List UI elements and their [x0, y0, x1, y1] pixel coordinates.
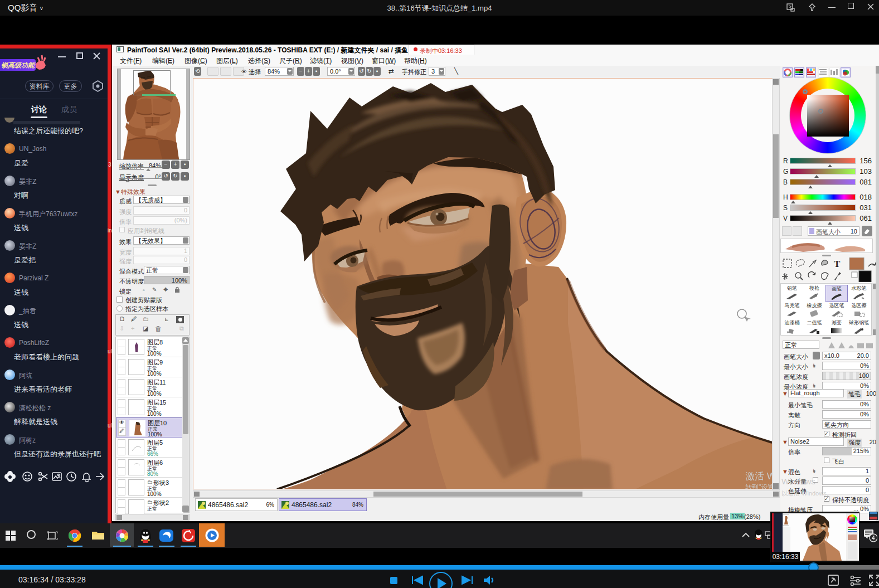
svg-text:T: T	[834, 259, 841, 269]
svg-text:4: 4	[872, 535, 875, 541]
